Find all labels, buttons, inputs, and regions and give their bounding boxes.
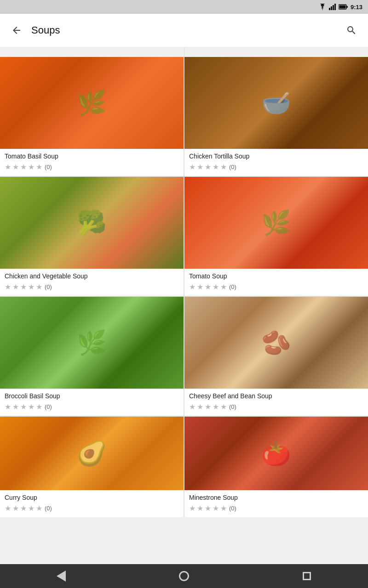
star5: ★ (36, 283, 42, 291)
star4: ★ (213, 283, 219, 291)
soup-card-curry[interactable]: 🥑 Curry Soup ★ ★ ★ ★ ★ (0) (0, 417, 184, 517)
soup-name-chicken-tortilla: Chicken Tortilla Soup (184, 149, 368, 162)
star1: ★ (189, 283, 196, 291)
star2: ★ (12, 163, 19, 171)
star3: ★ (20, 504, 27, 513)
status-bar: 9:13 (0, 0, 368, 14)
rating-count: (0) (229, 283, 236, 290)
rating-count: (0) (229, 164, 236, 170)
home-nav-icon (179, 571, 189, 581)
star5: ★ (220, 402, 227, 411)
soup-image-broccoli-basil: 🌿 (0, 297, 184, 389)
star2: ★ (197, 163, 203, 171)
rating-count: (0) (45, 403, 52, 410)
soup-rating-tomato-basil: ★ ★ ★ ★ ★ (0) (0, 162, 184, 176)
status-time: 9:13 (351, 4, 362, 11)
partial-top-row (0, 47, 368, 57)
star2: ★ (197, 283, 203, 291)
star4: ★ (28, 163, 34, 171)
soup-image-chicken-veg: 🥦 (0, 177, 184, 269)
svg-rect-7 (346, 6, 348, 8)
soup-card-tomato[interactable]: 🌿 Tomato Soup ★ ★ ★ ★ ★ (0) (184, 177, 368, 296)
star1: ★ (5, 163, 11, 171)
star1: ★ (189, 402, 196, 411)
star3: ★ (20, 283, 27, 291)
nav-menu-button[interactable] (293, 567, 321, 585)
soup-card-chicken-veg[interactable]: 🥦 Chicken and Vegetable Soup ★ ★ ★ ★ ★ (… (0, 177, 184, 296)
soup-rating-chicken-tortilla: ★ ★ ★ ★ ★ (0) (184, 162, 368, 176)
soup-name-chicken-veg: Chicken and Vegetable Soup (0, 269, 184, 282)
star5: ★ (220, 163, 227, 171)
soup-rating-broccoli-basil: ★ ★ ★ ★ ★ (0) (0, 401, 184, 416)
soup-rating-curry: ★ ★ ★ ★ ★ (0) (0, 503, 184, 517)
page-title: Soups (31, 24, 342, 36)
star3: ★ (205, 402, 211, 411)
soup-card-cheesy-beef[interactable]: 🫘 Cheesy Beef and Bean Soup ★ ★ ★ ★ ★ (0… (184, 297, 368, 416)
star1: ★ (5, 283, 11, 291)
star2: ★ (12, 504, 19, 513)
star4: ★ (213, 163, 219, 171)
svg-rect-2 (333, 5, 334, 10)
star1: ★ (189, 504, 196, 513)
soup-card-minestrone[interactable]: 🍅 Minestrone Soup ★ ★ ★ ★ ★ (0) (184, 417, 368, 517)
rating-count: (0) (45, 164, 52, 170)
soup-name-curry: Curry Soup (0, 490, 184, 503)
partial-left (0, 47, 184, 57)
star4: ★ (28, 402, 34, 411)
navigation-bar (0, 564, 368, 588)
soup-name-broccoli-basil: Broccoli Basil Soup (0, 389, 184, 401)
star5: ★ (36, 504, 42, 513)
svg-rect-1 (331, 6, 332, 10)
soup-rating-chicken-veg: ★ ★ ★ ★ ★ (0) (0, 282, 184, 296)
menu-nav-icon (303, 572, 311, 580)
star3: ★ (205, 504, 211, 513)
soup-image-tomato-basil: 🌿 (0, 57, 184, 149)
soup-card-broccoli-basil[interactable]: 🌿 Broccoli Basil Soup ★ ★ ★ ★ ★ (0) (0, 297, 184, 416)
soup-card-tomato-basil[interactable]: 🌿 Tomato Basil Soup ★ ★ ★ ★ ★ (0) (0, 57, 184, 176)
soup-name-tomato-basil: Tomato Basil Soup (0, 149, 184, 162)
star2: ★ (12, 283, 19, 291)
svg-rect-0 (329, 8, 330, 10)
rating-count: (0) (45, 283, 52, 290)
star5: ★ (36, 163, 42, 171)
svg-rect-8 (339, 6, 345, 9)
star5: ★ (220, 504, 227, 513)
soup-image-minestrone: 🍅 (184, 417, 368, 490)
star4: ★ (213, 504, 219, 513)
nav-home-button[interactable] (170, 567, 198, 585)
soup-rating-tomato: ★ ★ ★ ★ ★ (0) (184, 282, 368, 296)
soup-image-curry: 🥑 (0, 417, 184, 490)
back-nav-icon (57, 571, 66, 582)
star5: ★ (36, 402, 42, 411)
star1: ★ (5, 504, 11, 513)
content-area: 🌿 Tomato Basil Soup ★ ★ ★ ★ ★ (0) 🥣 Chic… (0, 47, 368, 564)
soup-name-cheesy-beef: Cheesy Beef and Bean Soup (184, 389, 368, 401)
star2: ★ (197, 402, 203, 411)
soup-rating-minestrone: ★ ★ ★ ★ ★ (0) (184, 503, 368, 517)
back-button[interactable] (7, 21, 26, 40)
soup-grid: 🌿 Tomato Basil Soup ★ ★ ★ ★ ★ (0) 🥣 Chic… (0, 57, 368, 517)
status-icons (318, 4, 348, 10)
star1: ★ (189, 163, 196, 171)
nav-back-button[interactable] (47, 567, 75, 585)
star5: ★ (220, 283, 227, 291)
rating-count: (0) (45, 505, 52, 512)
search-button[interactable] (342, 21, 361, 40)
rating-count: (0) (229, 505, 236, 512)
soup-name-tomato: Tomato Soup (184, 269, 368, 282)
star4: ★ (28, 504, 34, 513)
star3: ★ (205, 163, 211, 171)
soup-rating-cheesy-beef: ★ ★ ★ ★ ★ (0) (184, 401, 368, 416)
soup-card-chicken-tortilla[interactable]: 🥣 Chicken Tortilla Soup ★ ★ ★ ★ ★ (0) (184, 57, 368, 176)
star2: ★ (12, 402, 19, 411)
star3: ★ (205, 283, 211, 291)
soup-image-cheesy-beef: 🫘 (184, 297, 368, 389)
star3: ★ (20, 402, 27, 411)
partial-right (184, 47, 368, 57)
soup-image-tomato: 🌿 (184, 177, 368, 269)
star4: ★ (28, 283, 34, 291)
wifi-icon (318, 4, 327, 10)
soup-name-minestrone: Minestrone Soup (184, 490, 368, 503)
rating-count: (0) (229, 403, 236, 410)
star4: ★ (213, 402, 219, 411)
